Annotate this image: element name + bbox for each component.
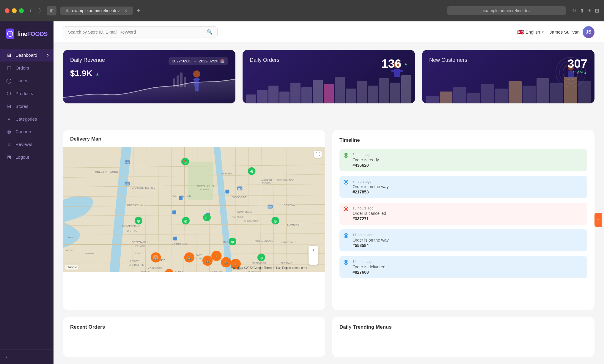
- logo-text: fineFOODS: [17, 31, 48, 37]
- svg-text:WOODSIDE: WOODSIDE: [232, 196, 247, 199]
- zoom-in-button[interactable]: +: [309, 246, 318, 255]
- customers-value: 307: [567, 57, 587, 70]
- sidebar-label-dashboard: Dashboard: [15, 53, 37, 58]
- svg-text:⊕: ⊕: [205, 216, 209, 220]
- header-right: 🇬🇧 English ▾ James Sullivan JS: [517, 26, 594, 38]
- sidebar-item-products[interactable]: ⬡ Products: [0, 87, 54, 100]
- app-container: fineFOODS ⊞ Dashboard ◫ Orders ◯ Users ⬡…: [0, 21, 604, 364]
- sidebar-item-dashboard[interactable]: ⊞ Dashboard: [0, 49, 54, 62]
- categories-icon: ≡: [6, 116, 12, 122]
- trending-menus-title: Daily Trending Menus: [339, 324, 587, 330]
- timeline-item-3: 10 hours ago Order is cancelled #337271: [339, 203, 587, 225]
- svg-text:HOUSES: HOUSES: [200, 188, 209, 191]
- svg-rect-99: [173, 237, 177, 241]
- sidebar-item-reviews[interactable]: ☆ Reviews: [0, 138, 54, 151]
- sidebar-item-users[interactable]: ◯ Users: [0, 74, 54, 87]
- svg-rect-7: [173, 78, 175, 87]
- timeline-content-5: 14 hours ago Order is delivered #827668: [353, 260, 583, 275]
- svg-text:HELL'S KITCHEN: HELL'S KITCHEN: [95, 170, 118, 174]
- timeline-status-5: Order is delivered: [353, 264, 583, 269]
- sidebar-nav: ⊞ Dashboard ◫ Orders ◯ Users ⬡ Products …: [0, 46, 54, 349]
- sidebar: fineFOODS ⊞ Dashboard ◫ Orders ◯ Users ⬡…: [0, 21, 54, 364]
- orders-icon: ◫: [6, 65, 12, 71]
- products-icon: ⬡: [6, 91, 12, 96]
- timeline-collapse-button[interactable]: ‹: [594, 213, 602, 227]
- svg-text:25A: 25A: [268, 206, 273, 209]
- sidebar-item-logout[interactable]: ⬔ Logout: [0, 151, 54, 163]
- svg-rect-101: [225, 190, 229, 194]
- timeline-section: Timeline 5 hours ago Order is ready #436…: [332, 130, 594, 310]
- user-name: James Sullivan: [550, 29, 580, 34]
- new-tab-button[interactable]: +: [137, 7, 140, 14]
- sidebar-item-categories[interactable]: ≡ Categories: [0, 113, 54, 125]
- svg-text:MANHATTAN: MANHATTAN: [129, 264, 144, 267]
- timeline-content-2: 7 hours ago Order is on the way #217853: [353, 179, 583, 194]
- timeline-item-4: 11 hours ago Order is on the way #558584: [339, 229, 587, 251]
- reload-button[interactable]: ↻: [572, 7, 576, 14]
- timeline-time-5: 14 hours ago: [353, 260, 583, 264]
- active-tab[interactable]: ⊕ example.admin.refine.dev ✕: [60, 7, 133, 15]
- timeline-order-4: #558584: [353, 243, 583, 248]
- sidebar-label-categories: Categories: [15, 116, 37, 122]
- timeline-content-4: 11 hours ago Order is on the way #558584: [353, 233, 583, 248]
- address-bar[interactable]: example.admin.refine.dev: [447, 6, 566, 15]
- timeline-status-1: Order is ready: [353, 157, 583, 162]
- svg-text:JACKSON: JACKSON: [261, 179, 272, 182]
- timeline-time-4: 11 hours ago: [353, 233, 583, 237]
- date-from: 2022/02/13: [172, 59, 191, 63]
- revenue-title: Daily Revenue: [70, 57, 105, 63]
- search-bar[interactable]: 🔍: [63, 26, 218, 37]
- sidebar-item-orders[interactable]: ◫ Orders: [0, 62, 54, 74]
- sidebar-item-couriers[interactable]: ◎ Couriers: [0, 125, 54, 138]
- map-zoom-controls: + −: [309, 246, 318, 265]
- maximize-button[interactable]: [19, 8, 24, 13]
- svg-text:⊕: ⊕: [273, 219, 277, 223]
- forward-button[interactable]: ⟩: [37, 6, 43, 15]
- svg-text:HEIGHTS: HEIGHTS: [261, 182, 270, 185]
- sidebar-label-logout: Logout: [15, 155, 29, 160]
- date-range-picker[interactable]: 2022/02/13 → 2022/02/20 📅: [169, 57, 228, 65]
- timeline-status-3: Order is cancelled: [353, 211, 583, 216]
- zoom-out-button[interactable]: −: [309, 255, 318, 265]
- svg-text:MURRAY HILL: MURRAY HILL: [127, 204, 144, 207]
- tab-bar: ⊕ example.admin.refine.dev ✕ +: [60, 7, 443, 15]
- tab-window-button[interactable]: ⊞: [47, 6, 56, 15]
- extensions-button[interactable]: ⊞: [595, 7, 599, 14]
- recent-orders-section: Recent Orders: [63, 317, 325, 357]
- back-button[interactable]: ⟨: [27, 6, 34, 15]
- svg-text:⊕: ⊕: [184, 219, 188, 223]
- user-info[interactable]: James Sullivan JS: [550, 26, 594, 38]
- fullscreen-button[interactable]: ⛶: [314, 151, 322, 158]
- arrow-icon: →: [193, 59, 197, 63]
- header: 🔍 🇬🇧 English ▾ James Sullivan JS: [54, 21, 604, 43]
- sidebar-label-reviews: Reviews: [15, 142, 32, 147]
- timeline-content-1: 5 hours ago Order is ready #436620: [353, 153, 583, 168]
- sidebar-item-stores[interactable]: ⊟ Stores: [0, 100, 54, 113]
- add-bookmark-button[interactable]: +: [588, 7, 591, 14]
- search-input[interactable]: [68, 30, 204, 34]
- close-button[interactable]: [5, 8, 10, 13]
- share-button[interactable]: ⬆: [580, 7, 584, 14]
- reviews-icon: ☆: [6, 141, 12, 147]
- map-header: Delivery Map: [63, 130, 325, 147]
- url-display: example.admin.refine.dev: [483, 8, 530, 13]
- orders-value: 136: [381, 57, 401, 70]
- tab-title: example.admin.refine.dev: [72, 8, 119, 13]
- calendar-icon[interactable]: 📅: [220, 59, 225, 63]
- svg-text:MEATPACKING: MEATPACKING: [122, 225, 141, 228]
- timeline-dot-2: [344, 180, 348, 184]
- collapse-icon: ‹: [6, 354, 7, 359]
- svg-rect-5: [195, 87, 197, 92]
- language-selector[interactable]: 🇬🇧 English ▾: [517, 29, 544, 35]
- minimize-button[interactable]: [12, 8, 17, 13]
- map-title: Delivery Map: [70, 136, 101, 142]
- sidebar-collapse-button[interactable]: ‹: [0, 349, 54, 364]
- svg-text:NORTH CORONA: NORTH CORONA: [276, 179, 294, 182]
- svg-text:⊕: ⊕: [183, 160, 187, 164]
- tab-close[interactable]: ✕: [124, 9, 127, 13]
- sidebar-logo: fineFOODS: [0, 21, 54, 46]
- timeline-dot-3: [344, 207, 348, 211]
- svg-text:GARMENT DISTRICT: GARMENT DISTRICT: [132, 186, 157, 189]
- customers-card: New Customers 307 110%▲: [422, 50, 594, 103]
- svg-text:⊕: ⊕: [259, 256, 263, 260]
